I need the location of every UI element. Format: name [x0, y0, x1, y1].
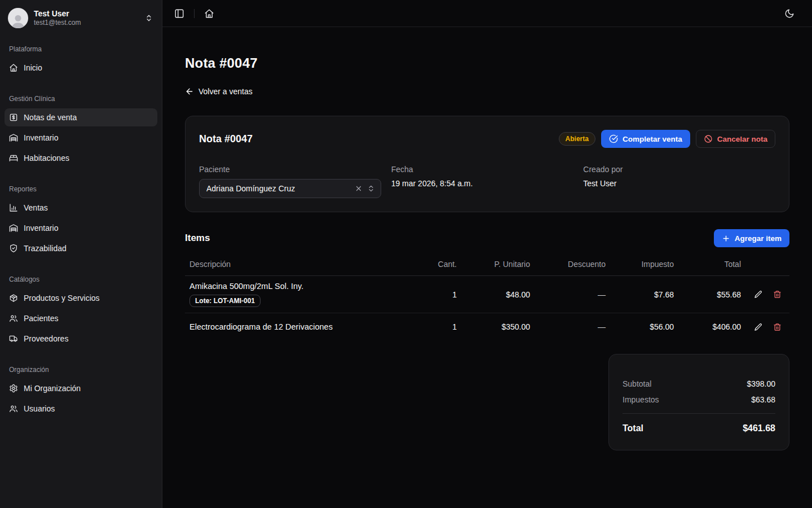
- complete-sale-button[interactable]: Completar venta: [601, 130, 690, 148]
- sidebar-item-label: Habitaciones: [24, 154, 69, 163]
- sidebar-item-label: Mi Organización: [24, 384, 81, 393]
- back-link-label: Volver a ventas: [198, 87, 253, 96]
- trash-icon: [773, 290, 782, 299]
- items-heading: Items: [185, 233, 210, 244]
- shield-check-icon: [9, 244, 18, 253]
- sidebar-nav: Plataforma Inicio Gestión Clínica Notas …: [5, 32, 157, 418]
- created-by-field: Creado por Test User: [583, 165, 775, 198]
- sidebar-item-inventario[interactable]: Inventario: [5, 129, 157, 147]
- sidebar-item-label: Inventario: [24, 133, 58, 142]
- delete-item-button[interactable]: [769, 287, 785, 303]
- items-table-header: Descripción Cant. P. Unitario Descuento …: [185, 254, 789, 276]
- user-email: test1@test.com: [34, 19, 139, 27]
- item-unit-price: $350.00: [461, 317, 535, 337]
- sidebar-item-label: Proveedores: [24, 334, 68, 343]
- cancel-note-label: Cancelar nota: [717, 135, 767, 143]
- pencil-icon: [754, 290, 762, 299]
- totals-card: Subtotal $398.00 Impuestos $63.68 Total …: [608, 354, 789, 450]
- back-to-sales-link[interactable]: Volver a ventas: [185, 87, 253, 96]
- sidebar-item-usuarios[interactable]: Usuarios: [5, 400, 157, 418]
- item-qty: 1: [422, 284, 461, 305]
- note-card: Nota #0047 Abierta Completar venta Cance…: [185, 116, 789, 212]
- col-descripcion: Descripción: [185, 254, 422, 275]
- sidebar-item-ventas[interactable]: Ventas: [5, 199, 157, 217]
- created-by-label: Creado por: [583, 165, 775, 174]
- sidebar-item-label: Ventas: [24, 203, 48, 212]
- topbar: [162, 0, 812, 27]
- created-by-value: Test User: [583, 179, 775, 188]
- date-field: Fecha 19 mar 2026, 8:54 a.m.: [391, 165, 584, 198]
- chevrons-up-down-icon: [367, 185, 375, 192]
- sidebar-item-pacientes[interactable]: Pacientes: [5, 309, 157, 327]
- user-menu[interactable]: Test User test1@test.com: [5, 5, 157, 32]
- sidebar-item-label: Inicio: [24, 63, 42, 72]
- warehouse-icon: [9, 224, 18, 233]
- home-icon: [9, 63, 18, 72]
- sidebar-item-label: Trazabilidad: [24, 244, 67, 253]
- item-total: $55.68: [678, 284, 745, 305]
- sidebar-item-label: Productos y Servicios: [24, 294, 100, 303]
- cancel-note-button[interactable]: Cancelar nota: [696, 130, 775, 148]
- users-icon: [9, 314, 18, 323]
- subtotal-label: Subtotal: [623, 379, 651, 388]
- moon-icon: [784, 8, 795, 19]
- grand-total-label: Total: [623, 423, 643, 433]
- sidebar-item-inicio[interactable]: Inicio: [5, 59, 157, 77]
- sidebar-item-label: Pacientes: [24, 314, 58, 323]
- items-table: Descripción Cant. P. Unitario Descuento …: [185, 254, 789, 340]
- complete-sale-label: Completar venta: [623, 135, 682, 143]
- taxes-label: Impuestos: [623, 395, 659, 404]
- users-icon: [9, 404, 18, 413]
- gear-icon: [9, 384, 18, 393]
- note-card-title: Nota #0047: [199, 133, 253, 145]
- home-icon: [204, 8, 214, 19]
- section-label-reportes: Reportes: [5, 185, 157, 194]
- plus-icon: [722, 234, 730, 243]
- col-cantidad: Cant.: [422, 254, 461, 275]
- add-item-button[interactable]: Agregar item: [714, 229, 789, 247]
- bed-icon: [9, 154, 18, 163]
- avatar: [8, 8, 28, 28]
- edit-item-button[interactable]: [750, 319, 766, 335]
- package-icon: [9, 294, 18, 303]
- sidebar-item-inventario-reportes[interactable]: Inventario: [5, 219, 157, 237]
- item-tax: $56.00: [610, 317, 678, 337]
- sidebar-item-proveedores[interactable]: Proveedores: [5, 330, 157, 348]
- subtotal-value: $398.00: [747, 379, 775, 388]
- sidebar-item-habitaciones[interactable]: Habitaciones: [5, 149, 157, 167]
- section-label-catalogos: Catálogos: [5, 275, 157, 284]
- sidebar-item-notas-de-venta[interactable]: Notas de venta: [5, 108, 157, 126]
- totals-divider: [623, 413, 775, 414]
- col-impuesto: Impuesto: [610, 254, 678, 275]
- clear-x-icon[interactable]: [355, 185, 363, 192]
- taxes-row: Impuestos $63.68: [623, 392, 775, 408]
- theme-toggle-button[interactable]: [780, 5, 798, 23]
- bar-chart-icon: [9, 203, 18, 212]
- page-content: Nota #0047 Volver a ventas Nota #0047 Ab…: [162, 27, 812, 508]
- item-tax: $7.68: [610, 284, 678, 305]
- edit-item-button[interactable]: [750, 287, 766, 303]
- delete-item-button[interactable]: [769, 319, 785, 335]
- ban-icon: [704, 134, 713, 143]
- home-button[interactable]: [200, 5, 218, 23]
- section-label-plataforma: Plataforma: [5, 45, 157, 54]
- col-total: Total: [678, 254, 745, 275]
- item-total: $406.00: [678, 317, 745, 337]
- sidebar-item-trazabilidad[interactable]: Trazabilidad: [5, 239, 157, 257]
- user-name: Test User: [34, 9, 139, 19]
- patient-label: Paciente: [199, 165, 391, 174]
- topbar-divider: [194, 9, 195, 18]
- sidebar-item-mi-organizacion[interactable]: Mi Organización: [5, 379, 157, 397]
- grand-total-value: $461.68: [743, 423, 775, 433]
- sidebar-toggle-button[interactable]: [170, 5, 188, 23]
- item-discount: —: [535, 284, 610, 305]
- status-badge: Abierta: [559, 132, 595, 146]
- pencil-icon: [754, 323, 762, 331]
- sidebar-item-productos-y-servicios[interactable]: Productos y Servicios: [5, 289, 157, 307]
- col-descuento: Descuento: [535, 254, 610, 275]
- trash-icon: [773, 323, 782, 331]
- item-description: Electrocardiograma de 12 Derivaciones: [189, 322, 333, 331]
- patient-select[interactable]: Adriana Domínguez Cruz: [199, 179, 381, 198]
- item-unit-price: $48.00: [461, 284, 535, 305]
- arrow-left-icon: [185, 87, 194, 96]
